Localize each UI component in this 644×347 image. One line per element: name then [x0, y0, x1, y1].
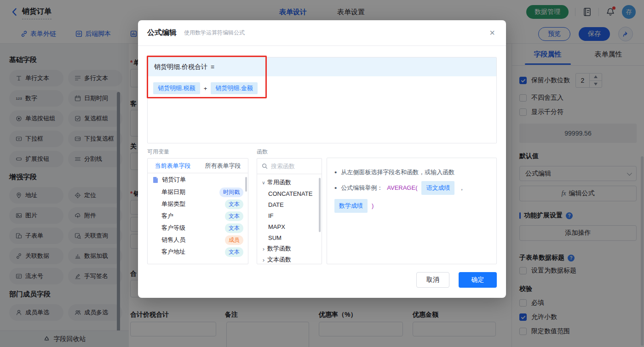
function-row[interactable]: DATE	[257, 199, 322, 210]
formula-help-panel: • 从左侧面板选择字段名和函数，或输入函数 • 公式编辑举例：AVERAGE( …	[327, 158, 497, 264]
variables-panel: 当前表单字段 所有表单字段 销货订单 单据日期 时间戳 单据类型 文本 客户 文…	[147, 158, 248, 264]
variable-name: 单据日期	[161, 188, 185, 196]
variable-row[interactable]: 单据日期 时间戳	[148, 186, 248, 198]
tab-all-form-fields[interactable]: 所有表单字段	[198, 159, 248, 173]
variable-name: 单据类型	[161, 200, 185, 208]
function-label: IF	[268, 212, 274, 219]
formula-token-amount[interactable]: 销货明细.金额	[211, 82, 258, 94]
chevron-icon: ›	[260, 245, 267, 252]
function-label: DATE	[268, 201, 284, 208]
function-row[interactable]: IF	[257, 210, 322, 221]
cancel-button[interactable]: 取消	[416, 272, 449, 288]
document-icon	[152, 176, 159, 183]
variable-type-badge: 文本	[225, 211, 243, 221]
bullet-icon: •	[334, 183, 337, 193]
search-functions-input[interactable]	[271, 163, 315, 170]
function-row[interactable]: SUM	[257, 232, 322, 243]
function-row[interactable]: ∨ 常用函数	[257, 177, 322, 188]
variable-name: 销售人员	[161, 236, 185, 244]
formula-target: 销货明细.价税合计	[154, 63, 207, 71]
tree-root-label: 销货订单	[162, 176, 186, 184]
variable-name: 客户	[161, 212, 173, 220]
function-label: 文本函数	[267, 256, 291, 264]
chevron-icon: ›	[260, 256, 267, 263]
search-icon	[262, 163, 268, 169]
tree-root-form[interactable]: 销货订单	[148, 173, 248, 186]
chevron-icon: ∨	[260, 180, 267, 185]
formula-token-tax[interactable]: 销货明细.税额	[153, 82, 200, 94]
variable-row[interactable]: 销售人员 成员	[148, 234, 248, 246]
variable-type-badge: 文本	[225, 199, 243, 209]
variable-type-badge: 时间戳	[219, 188, 243, 197]
function-row[interactable]: › 文本函数	[257, 254, 322, 264]
function-label: 数学函数	[267, 245, 291, 253]
function-label: MAPX	[268, 223, 285, 230]
variable-type-badge: 文本	[225, 247, 243, 257]
functions-label: 函数	[257, 148, 268, 156]
function-row[interactable]: › 数学函数	[257, 243, 322, 254]
help-line-1: 从左侧面板选择字段名和函数，或输入函数	[341, 167, 454, 177]
function-row[interactable]: MAPX	[257, 221, 322, 232]
help-example-comma: ，	[459, 183, 465, 193]
function-row[interactable]: CONCATENATE	[257, 188, 322, 199]
formula-equals: =	[211, 63, 214, 71]
close-icon[interactable]: ×	[489, 28, 495, 37]
formula-editor[interactable]: 销货明细.价税合计 = 销货明细.税额 + 销货明细.金额	[147, 57, 497, 143]
formula-operator: +	[204, 85, 207, 92]
help-example-chip-chinese: 语文成绩	[421, 181, 454, 195]
confirm-button[interactable]: 确定	[459, 272, 497, 288]
variable-type-badge: 文本	[225, 223, 243, 233]
function-label: CONCATENATE	[268, 190, 312, 197]
modal-subtitle: 使用数学运算符编辑公式	[184, 29, 245, 37]
variable-row[interactable]: 客户地址 文本	[148, 246, 248, 258]
help-example-func-close: )	[372, 201, 374, 211]
help-example-func-open: AVERAGE(	[387, 183, 417, 193]
help-example-chip-math: 数学成绩	[334, 199, 368, 213]
functions-panel: ∨ 常用函数 CONCATENATE DATE IF MAPX SUM › 数学…	[257, 158, 322, 264]
bullet-icon: •	[334, 167, 337, 177]
variable-row[interactable]: 单据类型 文本	[148, 198, 248, 210]
tab-current-form-fields[interactable]: 当前表单字段	[148, 159, 198, 173]
functions-scrollbar[interactable]	[319, 178, 321, 232]
variable-row[interactable]: 客户 文本	[148, 210, 248, 222]
variable-name: 客户地址	[161, 248, 185, 256]
function-label: SUM	[268, 234, 282, 241]
variable-type-badge: 成员	[225, 235, 243, 245]
variable-name: 客户等级	[161, 224, 185, 232]
modal-title: 公式编辑	[147, 28, 177, 38]
help-line-2-prefix: 公式编辑举例：	[341, 183, 383, 193]
variable-row[interactable]: 客户等级 文本	[148, 222, 248, 234]
function-label: 常用函数	[267, 178, 291, 187]
variables-scrollbar[interactable]	[245, 177, 247, 192]
formula-edit-modal: 公式编辑 使用数学运算符编辑公式 × 销货明细.价税合计 = 销货明细.税额 +…	[138, 20, 506, 298]
available-variables-label: 可用变量	[147, 148, 169, 156]
